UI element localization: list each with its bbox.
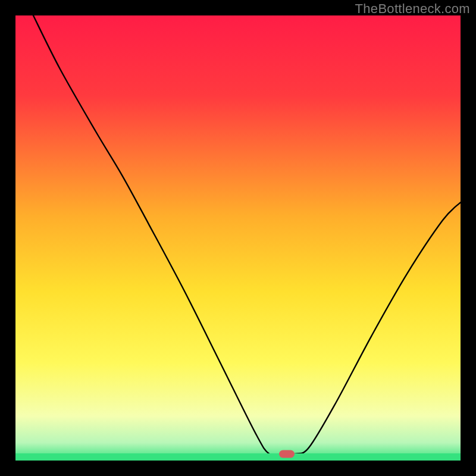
chart-container: TheBottleneck.com xyxy=(0,0,476,476)
gradient-background xyxy=(15,15,461,461)
watermark-text: TheBottleneck.com xyxy=(355,1,470,17)
baseline-band xyxy=(15,453,461,461)
chart-svg xyxy=(15,15,461,461)
minimum-marker xyxy=(279,450,295,458)
plot-area xyxy=(15,15,461,461)
